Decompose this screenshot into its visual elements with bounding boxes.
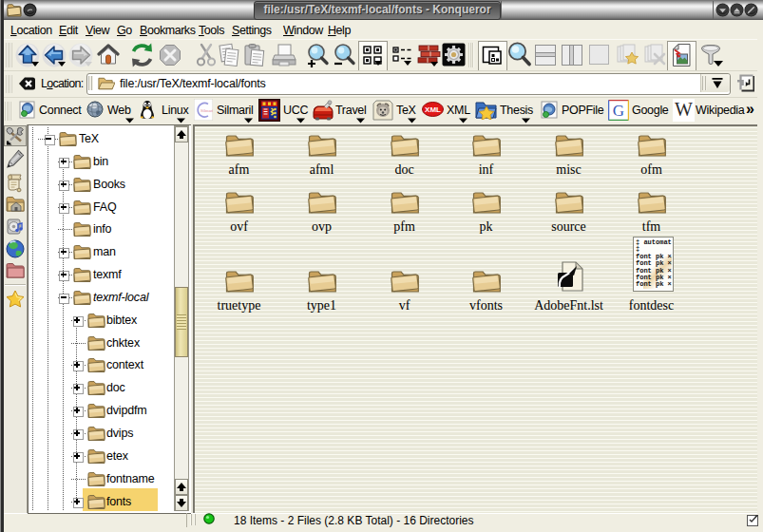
svg-text:XML: XML bbox=[425, 105, 441, 114]
svg-text:G: G bbox=[613, 102, 624, 120]
svg-text:Silmaril: Silmaril bbox=[200, 108, 213, 113]
svg-text:W: W bbox=[675, 99, 693, 120]
